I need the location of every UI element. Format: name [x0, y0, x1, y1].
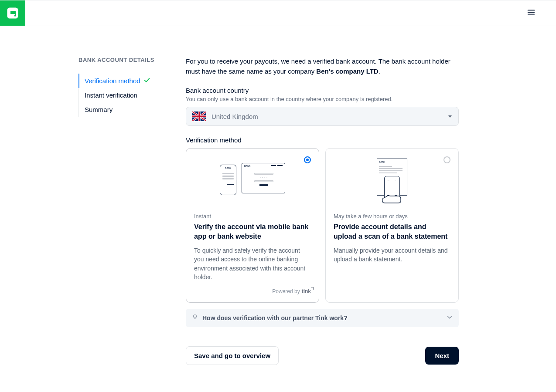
radio-selected-icon — [304, 156, 311, 163]
footer-actions: Save and go to overview Next — [186, 346, 459, 365]
header — [0, 0, 556, 26]
country-hint: You can only use a bank account in the c… — [186, 96, 459, 102]
card-tag: Instant — [194, 213, 311, 220]
sidebar-title: BANK ACCOUNT DETAILS — [78, 57, 186, 63]
svg-rect-10 — [192, 115, 206, 117]
intro-text: For you to receive your payouts, we need… — [186, 57, 459, 76]
sidebar: BANK ACCOUNT DETAILS Verification method… — [0, 57, 186, 365]
card-desc: To quickly and safely verify the account… — [194, 246, 311, 281]
svg-point-12 — [194, 315, 197, 318]
illustration-instant: • • • • — [194, 156, 311, 204]
card-tag: May take a few hours or days — [334, 213, 450, 220]
sidebar-item-label: Instant verification — [85, 91, 137, 99]
method-label: Verification method — [186, 136, 459, 144]
sidebar-item-summary[interactable]: Summary — [78, 102, 186, 117]
logo — [0, 0, 25, 26]
sidebar-item-instant-verification[interactable]: Instant verification — [78, 88, 186, 102]
save-overview-button[interactable]: Save and go to overview — [186, 346, 279, 365]
country-select[interactable]: United Kingdom — [186, 107, 459, 126]
radio-unselected-icon — [443, 156, 450, 163]
sidebar-item-label: Verification method — [85, 77, 140, 84]
company-name: Ben's company LTD — [316, 68, 378, 75]
sidebar-item-verification-method[interactable]: Verification method — [78, 74, 186, 88]
method-card-instant[interactable]: • • • • Instant Verify the account via m… — [186, 148, 319, 303]
chevron-down-icon — [447, 314, 453, 322]
hamburger-icon — [526, 7, 536, 17]
svg-marker-11 — [448, 115, 452, 118]
caret-down-icon — [448, 112, 452, 120]
powered-by: Powered by tink — [194, 288, 311, 294]
card-desc: Manually provide your account details an… — [334, 246, 450, 294]
country-selected: United Kingdom — [211, 113, 443, 120]
card-title: Provide account details and upload a sca… — [334, 222, 450, 241]
method-card-manual[interactable]: May take a few hours or days Provide acc… — [325, 148, 459, 303]
sidebar-item-label: Summary — [85, 106, 113, 113]
next-button[interactable]: Next — [425, 347, 459, 365]
logo-icon — [6, 6, 20, 20]
flag-uk-icon — [192, 112, 206, 121]
main-content: For you to receive your payouts, we need… — [186, 57, 476, 365]
accordion-text: How does verification with our partner T… — [202, 314, 442, 321]
lightbulb-icon — [192, 314, 198, 322]
menu-button[interactable] — [524, 5, 539, 21]
tink-logo: tink — [302, 288, 311, 294]
country-label: Bank account country — [186, 87, 459, 94]
svg-rect-2 — [10, 14, 15, 15]
check-icon — [144, 77, 150, 84]
card-title: Verify the account via mobile bank app o… — [194, 222, 311, 241]
illustration-manual — [334, 156, 450, 204]
accordion-tink-info[interactable]: How does verification with our partner T… — [186, 309, 459, 327]
